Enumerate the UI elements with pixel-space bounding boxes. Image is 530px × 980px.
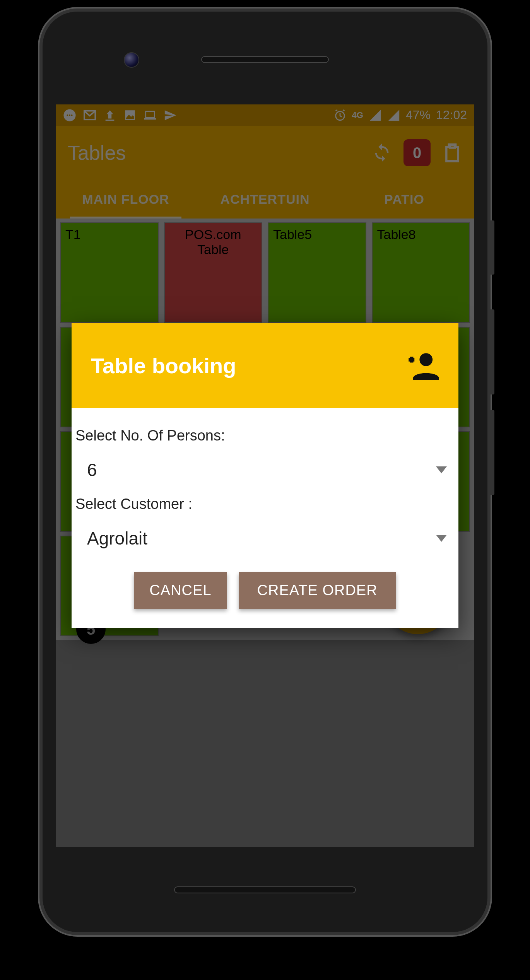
customer-value: Agrolait	[87, 528, 147, 549]
screen: 4G 47% 12:02 Tables 0 MAIN FLOOR ACHTERT…	[56, 104, 474, 847]
dialog-body: Select No. Of Persons: 6 Select Customer…	[72, 408, 458, 628]
phone-vol-down	[489, 410, 494, 495]
phone-bottom-speaker	[174, 886, 356, 893]
phone-speaker	[201, 56, 329, 63]
dialog-title: Table booking	[91, 353, 236, 378]
table-booking-dialog: Table booking Select No. Of Persons: 6 S…	[72, 323, 458, 628]
customer-dropdown[interactable]: Agrolait	[72, 520, 458, 560]
phone-camera	[124, 52, 139, 68]
persons-value: 6	[87, 459, 97, 480]
svg-point-10	[419, 353, 433, 366]
persons-label: Select No. Of Persons:	[72, 423, 458, 452]
chevron-down-icon	[436, 466, 447, 473]
phone-power-button	[489, 220, 494, 275]
dialog-actions: CANCEL CREATE ORDER	[72, 560, 458, 609]
add-person-icon[interactable]	[404, 348, 439, 383]
create-order-button[interactable]: CREATE ORDER	[239, 572, 396, 609]
phone-vol-up	[489, 309, 494, 394]
persons-dropdown[interactable]: 6	[72, 452, 458, 492]
chevron-down-icon	[436, 535, 447, 542]
customer-label: Select Customer :	[72, 492, 458, 520]
dialog-header: Table booking	[72, 323, 458, 408]
cancel-button[interactable]: CANCEL	[134, 572, 227, 609]
